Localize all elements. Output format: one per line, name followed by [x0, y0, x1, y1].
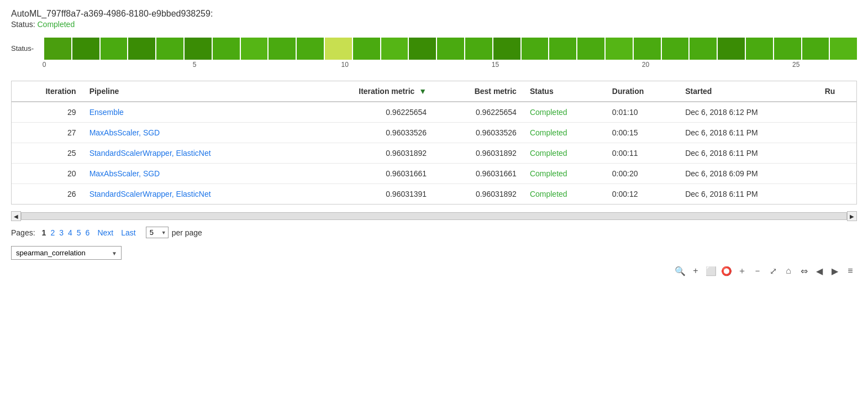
cell-pipeline-1[interactable]: MaxAbsScaler, SGD	[83, 123, 302, 143]
scroll-right-button[interactable]: ▶	[847, 211, 857, 221]
cell-pipeline-4[interactable]: StandardScalerWrapper, ElasticNet	[83, 184, 302, 205]
forward-icon[interactable]: ▶	[828, 264, 841, 277]
bar-segment-6	[213, 38, 240, 60]
bar-segment-22	[662, 38, 689, 60]
bar-segment-0	[44, 38, 71, 60]
plus-icon[interactable]: +	[689, 264, 702, 277]
bar-segment-19	[577, 38, 604, 60]
bar-segment-13	[409, 38, 436, 60]
select-rect-icon[interactable]: ⬜	[704, 264, 718, 277]
page-title: AutoML_797ff8a7-a369-4986-8180-e9bbed938…	[11, 9, 857, 19]
col-header-iteration_metric[interactable]: Iteration metric ▼	[302, 81, 433, 102]
next-page-link[interactable]: Next	[95, 227, 115, 238]
status-badge-1: Completed	[530, 128, 567, 137]
col-header-status: Status	[523, 81, 606, 102]
pipeline-link-2[interactable]: StandardScalerWrapper, ElasticNet	[90, 149, 211, 158]
bar-segment-25	[746, 38, 773, 60]
chart-container: Status- 0510152025	[11, 38, 857, 72]
page-num-3[interactable]: 3	[57, 227, 66, 238]
resize-icon[interactable]: ⇔	[797, 264, 811, 277]
results-table: IterationPipelineIteration metric ▼Best …	[12, 81, 856, 204]
chart-label: Status-	[11, 44, 34, 53]
per-page-label: per page	[172, 228, 202, 237]
pipeline-link-1[interactable]: MaxAbsScaler, SGD	[90, 128, 160, 137]
cell-best_metric-3: 0.96031661	[433, 164, 523, 184]
cell-started-2: Dec 6, 2018 6:11 PM	[678, 143, 818, 164]
bar-segment-27	[802, 38, 829, 60]
bar-segment-10	[325, 38, 352, 60]
zoom-icon[interactable]: 🔍	[674, 264, 687, 277]
back-icon[interactable]: ◀	[813, 264, 826, 277]
page-num-6[interactable]: 6	[83, 227, 92, 238]
pipeline-link-4[interactable]: StandardScalerWrapper, ElasticNet	[90, 190, 211, 198]
cell-run_id-0	[818, 102, 856, 123]
cell-iteration-3: 20	[12, 164, 83, 184]
cell-best_metric-2: 0.96031892	[433, 143, 523, 164]
home-icon[interactable]: ⌂	[782, 264, 795, 277]
per-page-select[interactable]: 5102050	[146, 227, 169, 238]
bottom-toolbar: 🔍+⬜⭕＋－⤢⌂⇔◀▶≡	[11, 264, 857, 277]
pagination: Pages: 123456 Next Last 5102050 per page	[11, 227, 857, 238]
table-row: 27MaxAbsScaler, SGD0.960335260.96033526C…	[12, 123, 856, 143]
last-page-link[interactable]: Last	[119, 227, 138, 238]
axis-tick-5: 5	[193, 61, 197, 69]
bar-segment-1	[72, 38, 99, 60]
cell-duration-3: 0:00:20	[606, 164, 678, 184]
expand-icon[interactable]: ⤢	[766, 264, 780, 277]
cell-status-0: Completed	[523, 102, 606, 123]
cell-started-1: Dec 6, 2018 6:11 PM	[678, 123, 818, 143]
metric-select[interactable]: spearman_correlationaccuracyAUCf1_scorep…	[11, 246, 122, 260]
col-header-pipeline: Pipeline	[83, 81, 302, 102]
per-page-control: 5102050 per page	[146, 227, 202, 238]
axis-tick-0: 0	[43, 61, 46, 69]
page-num-1[interactable]: 1	[40, 227, 49, 238]
cell-pipeline-3[interactable]: MaxAbsScaler, SGD	[83, 164, 302, 184]
page-numbers: 123456	[40, 228, 92, 237]
pages-label: Pages:	[11, 228, 35, 237]
zoom-in-icon[interactable]: ＋	[735, 264, 749, 277]
page-num-5[interactable]: 5	[75, 227, 83, 238]
cell-iteration-2: 25	[12, 143, 83, 164]
bar-segment-14	[437, 38, 464, 60]
bar-segment-4	[156, 38, 183, 60]
bar-segment-12	[381, 38, 408, 60]
cell-iteration_metric-2: 0.96031892	[302, 143, 433, 164]
pipeline-link-0[interactable]: Ensemble	[90, 108, 124, 117]
cell-iteration_metric-3: 0.96031661	[302, 164, 433, 184]
bar-segment-24	[718, 38, 745, 60]
bar-segment-23	[690, 38, 717, 60]
status-badge-0: Completed	[530, 108, 567, 117]
col-header-best_metric: Best metric	[433, 81, 523, 102]
bar-segment-16	[493, 38, 520, 60]
results-table-wrapper: IterationPipelineIteration metric ▼Best …	[11, 81, 857, 205]
scroll-left-button[interactable]: ◀	[11, 211, 21, 221]
status-line: Status: Completed	[11, 20, 857, 29]
pipeline-link-3[interactable]: MaxAbsScaler, SGD	[90, 169, 160, 178]
cell-pipeline-0[interactable]: Ensemble	[83, 102, 302, 123]
bar-segment-7	[241, 38, 268, 60]
zoom-out-icon[interactable]: －	[751, 264, 764, 277]
menu-icon[interactable]: ≡	[844, 264, 857, 277]
page-num-2[interactable]: 2	[48, 227, 57, 238]
bar-segment-9	[297, 38, 324, 60]
bar-segment-26	[774, 38, 801, 60]
cell-duration-4: 0:00:12	[606, 184, 678, 205]
scrollbar-track[interactable]	[21, 212, 847, 220]
col-header-started: Started	[678, 81, 818, 102]
cell-pipeline-2[interactable]: StandardScalerWrapper, ElasticNet	[83, 143, 302, 164]
cell-run_id-3	[818, 164, 856, 184]
cell-iteration-4: 26	[12, 184, 83, 205]
bar-segment-15	[465, 38, 492, 60]
cell-run_id-4	[818, 184, 856, 205]
col-header-duration: Duration	[606, 81, 678, 102]
per-page-select-wrapper: 5102050	[146, 227, 169, 238]
table-row: 26StandardScalerWrapper, ElasticNet0.960…	[12, 184, 856, 205]
cell-status-3: Completed	[523, 164, 606, 184]
table-row: 25StandardScalerWrapper, ElasticNet0.960…	[12, 143, 856, 164]
horizontal-scrollbar: ◀ ▶	[11, 211, 857, 221]
bar-segment-17	[522, 38, 549, 60]
bar-segment-18	[549, 38, 576, 60]
page-num-4[interactable]: 4	[66, 227, 75, 238]
bar-segment-5	[185, 38, 212, 60]
lasso-icon[interactable]: ⭕	[720, 264, 733, 277]
